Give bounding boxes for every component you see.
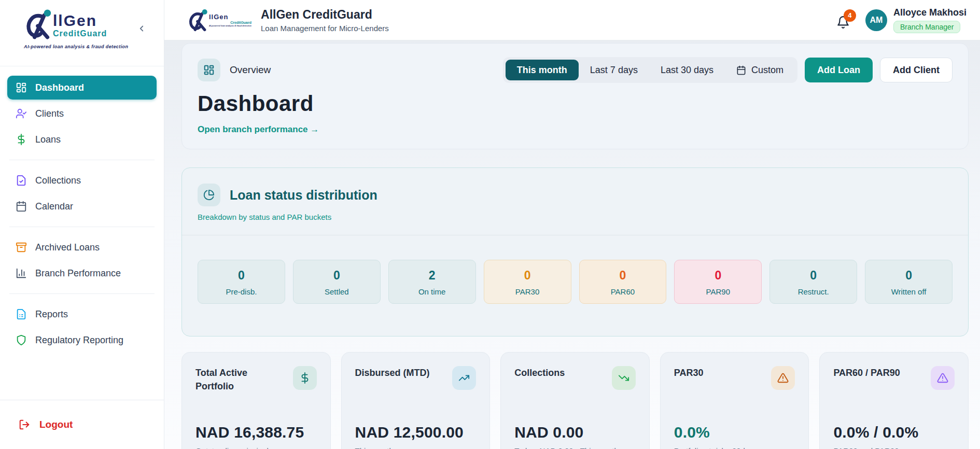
brand-wordmark: llGen	[53, 13, 107, 29]
sidebar-item-collections[interactable]: Collections	[7, 169, 157, 192]
file-check-icon	[16, 175, 27, 186]
status-card-subtitle: Breakdown by status and PAR buckets	[198, 213, 953, 221]
range-this-month[interactable]: This month	[506, 60, 579, 80]
user-check-icon	[16, 108, 27, 119]
app-title: AllGen CreditGuard	[261, 8, 389, 22]
overview-chip: Overview	[198, 59, 271, 81]
branch-performance-link[interactable]: Open branch performance →	[198, 124, 953, 135]
top-header: llGen CreditGuard AI-powered loan analys…	[164, 0, 980, 40]
warning-triangle-icon	[771, 366, 795, 390]
sidebar-item-label: Archived Loans	[35, 242, 100, 253]
kpi-par30: PAR30 0.0% Portfolio at risk >30d	[660, 352, 809, 449]
app-title-block: AllGen CreditGuard Loan Management for M…	[261, 8, 389, 33]
status-card-title: Loan status distribution	[230, 188, 377, 203]
kpi-value: 0.0% / 0.0%	[833, 424, 955, 441]
shield-icon	[16, 334, 27, 346]
sidebar-nav: Dashboard Clients Loans Collections Cale…	[0, 66, 164, 352]
sidebar-collapse-button[interactable]	[136, 23, 147, 34]
calendar-icon	[16, 201, 27, 212]
kpi-cards-row: Total Active Portfolio NAD 16,388.75 Out…	[181, 352, 969, 449]
sidebar-item-label: Branch Performance	[35, 268, 121, 279]
kpi-value: NAD 16,388.75	[195, 424, 317, 441]
sidebar-item-clients[interactable]: Clients	[7, 102, 157, 125]
sidebar-item-label: Calendar	[35, 201, 73, 212]
kpi-caption: This month	[355, 446, 477, 449]
kpi-disbursed-mtd: Disbursed (MTD) NAD 12,500.00 This month	[341, 352, 491, 449]
bucket-par60: 0 PAR60	[579, 260, 667, 304]
notification-badge: 4	[844, 9, 856, 22]
sidebar-item-reports[interactable]: Reports	[7, 302, 157, 326]
sidebar-item-label: Reports	[35, 309, 68, 320]
kpi-value: NAD 12,500.00	[355, 424, 477, 441]
sidebar-logo: llGen CreditGuard AI-powered loan analys…	[0, 0, 164, 66]
status-buckets-row: 0 Pre-disb. 0 Settled 2 On time 0 PAR30 …	[182, 235, 968, 304]
pie-chart-icon	[198, 184, 220, 206]
kpi-caption: PAR60 and PAR90	[833, 446, 955, 449]
dollar-icon	[16, 134, 27, 145]
kpi-caption: Today: NAD 0.00 · This month	[514, 446, 636, 449]
kpi-caption: Outstanding principal	[195, 446, 317, 449]
sidebar-item-loans[interactable]: Loans	[7, 128, 157, 151]
logout-section: Logout	[0, 400, 164, 449]
kpi-total-active-portfolio: Total Active Portfolio NAD 16,388.75 Out…	[181, 352, 331, 449]
brand-logo-text: llGen CreditGuard AI-powered loan analys…	[209, 13, 251, 27]
loan-status-card: Loan status distribution Breakdown by st…	[181, 167, 969, 336]
logout-label: Logout	[39, 419, 73, 430]
sidebar: llGen CreditGuard AI-powered loan analys…	[0, 0, 164, 449]
bucket-par30: 0 PAR30	[484, 260, 571, 304]
report-file-icon	[16, 308, 27, 320]
kpi-value: NAD 0.00	[514, 424, 636, 441]
sidebar-item-label: Clients	[35, 108, 64, 119]
trending-up-icon	[452, 366, 476, 390]
page-title: Dashboard	[198, 91, 953, 116]
calendar-icon	[736, 65, 746, 75]
sidebar-item-label: Dashboard	[35, 82, 84, 93]
trending-down-icon	[612, 366, 636, 390]
brand-logo-icon	[24, 8, 56, 40]
bar-chart-icon	[16, 268, 27, 279]
sidebar-item-branch-performance[interactable]: Branch Performance	[7, 261, 157, 285]
bucket-on-time: 2 On time	[388, 260, 476, 304]
range-custom[interactable]: Custom	[725, 60, 795, 80]
sidebar-item-calendar[interactable]: Calendar	[7, 194, 157, 218]
bucket-par90: 0 PAR90	[674, 260, 762, 304]
kpi-caption: Portfolio at risk >30d	[674, 446, 795, 449]
archive-icon	[16, 242, 27, 253]
date-range-segmented-control: This month Last 7 days Last 30 days Cust…	[503, 57, 797, 83]
bucket-pre-disb: 0 Pre-disb.	[198, 260, 285, 304]
sidebar-item-label: Regulatory Reporting	[35, 335, 123, 346]
kpi-value: 0.0%	[674, 424, 795, 441]
chevron-left-icon	[137, 24, 146, 33]
sidebar-item-label: Loans	[35, 134, 61, 145]
overview-grid-icon	[198, 59, 220, 81]
range-last-7-days[interactable]: Last 7 days	[579, 60, 649, 80]
user-menu[interactable]: AM Alloyce Makhosi Branch Manager	[865, 7, 967, 33]
nav-divider	[9, 293, 155, 294]
dollar-icon	[293, 366, 317, 390]
sidebar-item-label: Collections	[35, 175, 81, 186]
kpi-collections: Collections NAD 0.00 Today: NAD 0.00 · T…	[500, 352, 650, 449]
brand-logo-icon	[187, 8, 211, 32]
sidebar-item-regulatory-reporting[interactable]: Regulatory Reporting	[7, 328, 157, 352]
nav-divider	[9, 227, 155, 227]
notifications-button[interactable]: 4	[836, 11, 852, 29]
kpi-par60-par90: PAR60 / PAR90 0.0% / 0.0% PAR60 and PAR9…	[819, 352, 969, 449]
sidebar-item-archived-loans[interactable]: Archived Loans	[7, 235, 157, 259]
bucket-written-off: 0 Written off	[865, 260, 953, 304]
section-label: Overview	[230, 64, 271, 76]
bucket-settled: 0 Settled	[293, 260, 381, 304]
add-loan-button[interactable]: Add Loan	[805, 58, 873, 82]
nav-divider	[9, 160, 155, 160]
logout-icon	[19, 419, 30, 430]
brand-sub: CreditGuard	[53, 29, 107, 38]
app-subtitle: Loan Management for Micro-Lenders	[261, 24, 389, 33]
user-role-badge: Branch Manager	[893, 21, 961, 33]
logout-button[interactable]: Logout	[7, 419, 157, 430]
dashboard-grid-icon	[16, 82, 27, 93]
bucket-restruct: 0 Restruct.	[769, 260, 857, 304]
range-last-30-days[interactable]: Last 30 days	[649, 60, 725, 80]
avatar: AM	[865, 9, 887, 31]
add-client-button[interactable]: Add Client	[880, 58, 953, 82]
warning-triangle-icon	[931, 366, 955, 390]
sidebar-item-dashboard[interactable]: Dashboard	[7, 76, 157, 100]
